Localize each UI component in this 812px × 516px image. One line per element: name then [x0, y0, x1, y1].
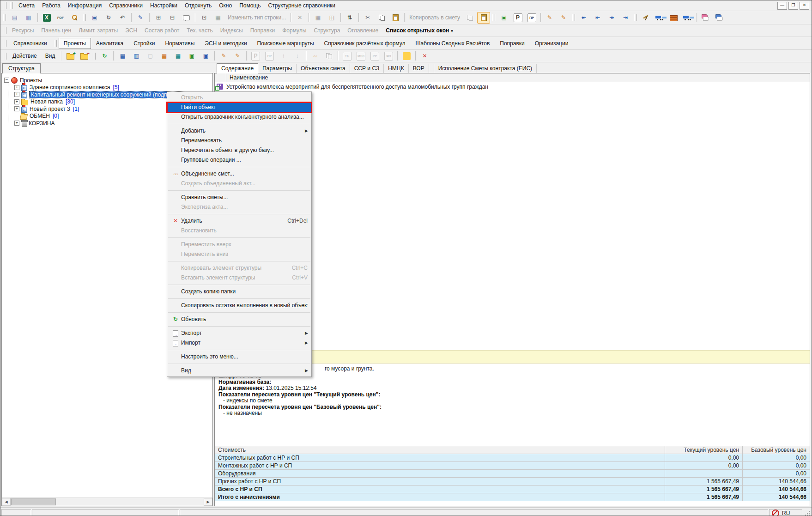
minimize-button[interactable]: —: [777, 2, 787, 10]
context-menu-item-export[interactable]: →Экспорт▶: [167, 328, 311, 338]
tab-content-6[interactable]: ВОР: [409, 64, 429, 73]
print-pr-icon[interactable]: ПР: [263, 50, 276, 62]
save-icon[interactable]: ▣: [88, 12, 101, 24]
context-menu-item-refresh[interactable]: ↻Обновить: [167, 315, 311, 324]
delete-red-icon[interactable]: ✕: [418, 50, 431, 62]
resize-grip[interactable]: [804, 510, 811, 516]
refresh-tree-icon[interactable]: ↻: [98, 50, 111, 62]
highlight-color-icon[interactable]: [400, 50, 413, 62]
maximize-button[interactable]: ❐: [788, 2, 798, 10]
outdent-top-icon[interactable]: ↞: [577, 12, 590, 24]
tab-main-3[interactable]: Аналитика: [91, 38, 128, 49]
expand-plus-icon[interactable]: +: [14, 92, 19, 97]
refresh-icon[interactable]: ↻: [102, 12, 115, 24]
tb-mode-icon[interactable]: ТБ: [340, 50, 353, 62]
context-menu-item-compare-estimates[interactable]: Сравнить сметы...: [167, 193, 311, 202]
rr-mode-icon[interactable]: РР: [368, 50, 381, 62]
context-menu-item-copy-remainders[interactable]: Скопировать остатки выполнения в новый о…: [167, 301, 311, 310]
estimate-object-row[interactable]: Устройство комплекса мероприятий для бес…: [215, 82, 810, 91]
new-estimate-icon[interactable]: ▦: [116, 50, 129, 62]
insert-section-icon[interactable]: ⊞: [152, 12, 165, 24]
tree-horizontal-scrollbar[interactable]: ◀ ▶: [2, 498, 212, 506]
edit-object2-icon[interactable]: ✎: [231, 50, 244, 62]
expand-plus-icon[interactable]: +: [14, 121, 19, 126]
context-menu-item-find-object[interactable]: Найти объект: [167, 103, 311, 112]
calculator-icon[interactable]: ▦: [311, 12, 324, 24]
context-menu-item-open-conjuncture[interactable]: Открыть справочник конъюнктурного анализ…: [167, 112, 311, 122]
edit-brush2-icon[interactable]: ✎: [557, 12, 570, 24]
menu-1[interactable]: Смета: [15, 1, 38, 10]
tab-content-1[interactable]: Содержание: [217, 63, 258, 73]
expand-folder-icon[interactable]: [64, 50, 77, 62]
view-menu[interactable]: Вид: [41, 53, 60, 59]
act-blue-icon[interactable]: ▣: [199, 50, 212, 62]
expand-plus-icon[interactable]: +: [14, 99, 19, 104]
copy-icon[interactable]: [375, 12, 388, 24]
indent-top-icon[interactable]: ⇤: [591, 12, 604, 24]
cut-icon[interactable]: ✂: [361, 12, 374, 24]
mez-mode-icon[interactable]: МЭЗ: [354, 50, 367, 62]
structure-tree-icon[interactable]: ▤: [8, 12, 21, 24]
union-act-icon[interactable]: [322, 50, 335, 62]
context-menu-item-add[interactable]: Добавить▶: [167, 126, 311, 136]
undo-icon[interactable]: ↶: [116, 12, 129, 24]
methods-book-icon[interactable]: ▣: [497, 12, 510, 24]
tab-content-2[interactable]: Параметры: [258, 64, 297, 73]
tab-content-7[interactable]: Исполнение Сметы контракта (ЕИС): [434, 64, 537, 73]
paste-document-icon[interactable]: [477, 12, 490, 24]
tab-main-11[interactable]: Организации: [530, 38, 574, 49]
tab-content-3[interactable]: Объектная смета: [297, 64, 350, 73]
comment-icon[interactable]: [180, 12, 193, 24]
menu-5[interactable]: Настройки: [146, 1, 181, 10]
tab-main-10[interactable]: Поправки: [495, 38, 529, 49]
tab-content-4[interactable]: ССР и СЗ: [350, 64, 384, 73]
close-button[interactable]: ✕: [800, 2, 809, 10]
action-menu[interactable]: Действие: [8, 53, 41, 59]
new-object-icon[interactable]: ▥: [130, 50, 143, 62]
fz-mode-icon[interactable]: ФЗ: [382, 50, 395, 62]
edit-brush-icon[interactable]: ✎: [543, 12, 556, 24]
insert-subsection-icon[interactable]: ⊟: [166, 12, 179, 24]
truck-loaded-icon[interactable]: [681, 12, 694, 24]
sort-rows-icon[interactable]: ⇅: [343, 12, 356, 24]
structure-add-icon[interactable]: ▥: [22, 12, 35, 24]
excel-icon[interactable]: X: [40, 12, 53, 24]
menu-8[interactable]: Помощь: [236, 1, 264, 10]
context-menu-item-merge-estimates[interactable]: ⌂⌂Объединение смет...: [167, 169, 311, 179]
menu-3[interactable]: Информация: [64, 1, 105, 10]
act-green-icon[interactable]: ▣: [185, 50, 198, 62]
collapse-minus-icon[interactable]: −: [4, 78, 9, 83]
new-complex-icon[interactable]: ▦: [171, 50, 184, 62]
search-icon[interactable]: [68, 12, 81, 24]
move-down-icon[interactable]: ↓: [291, 50, 303, 62]
tab-main-6[interactable]: ЭСН и методики: [200, 38, 252, 49]
outdent-bottom-icon[interactable]: ↠: [605, 12, 618, 24]
expand-plus-icon[interactable]: +: [14, 106, 19, 111]
truck-icon[interactable]: [653, 12, 666, 24]
context-menu-item-customize-menu[interactable]: Настроить это меню...: [167, 352, 311, 362]
tab-main-5[interactable]: Нормативы: [160, 38, 200, 49]
context-menu-item-view[interactable]: Вид▶: [167, 366, 311, 376]
tab-main-2[interactable]: Проекты: [59, 38, 91, 49]
autorecalc-icon[interactable]: ✎: [134, 12, 147, 24]
context-menu-item-rename[interactable]: Переименовать: [167, 136, 311, 146]
menu-4[interactable]: Справочники: [105, 1, 146, 10]
panelbar-список-открытых-окон[interactable]: Список открытых окон▾: [382, 27, 457, 34]
print-icon[interactable]: ⊡: [198, 12, 211, 24]
scrollbar-thumb[interactable]: [11, 498, 56, 505]
collapse-folder-icon[interactable]: [78, 50, 91, 62]
context-menu-item-delete[interactable]: ✕УдалитьCtrl+Del: [167, 216, 311, 226]
doc-pr-icon[interactable]: ПР: [525, 12, 538, 24]
tab-main-7[interactable]: Поисковые маршруты: [252, 38, 319, 49]
print-p-icon[interactable]: Р: [249, 50, 262, 62]
resources-pick-icon[interactable]: [639, 12, 652, 24]
normbase-blue-books-icon[interactable]: [713, 12, 726, 24]
context-menu-item-create-folder-copy[interactable]: Создать копию папки: [167, 287, 311, 297]
tab-main-1[interactable]: Справочники: [8, 38, 52, 49]
copy-document-icon[interactable]: [463, 12, 476, 24]
menu-7[interactable]: Окно: [215, 1, 236, 10]
scroll-left-icon[interactable]: ◀: [2, 498, 11, 506]
tab-structure[interactable]: Структура: [2, 63, 41, 73]
menu-6[interactable]: Отдохнуть: [181, 1, 215, 10]
context-menu-item-import[interactable]: ←Импорт▶: [167, 338, 311, 348]
